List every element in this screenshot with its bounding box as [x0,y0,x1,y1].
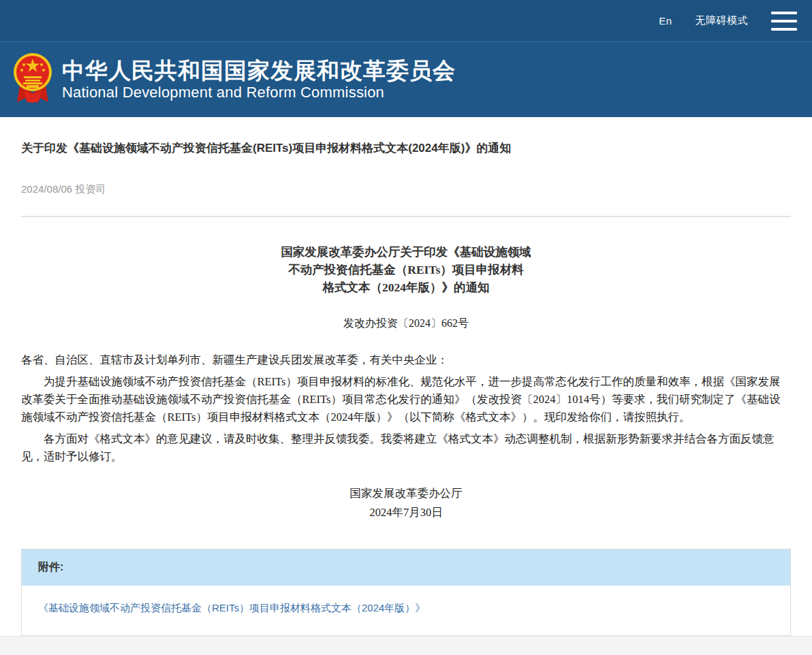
publish-department: 投资司 [75,183,106,195]
document-title: 国家发展改革委办公厅关于印发《基础设施领域 不动产投资信托基金（REITs）项目… [21,243,791,296]
divider [21,216,791,217]
menu-icon[interactable] [771,12,797,31]
attachment-box: 附件: 《基础设施领域不动产投资信托基金（REITs）项目申报材料格式文本（20… [21,549,791,636]
site-branding: 中华人民共和国国家发展和改革委员会 National Development a… [62,58,456,101]
document-signer: 国家发展改革委办公厅 [21,486,791,501]
document-body: 各省、自治区、直辖市及计划单列市、新疆生产建设兵团发展改革委，有关中央企业： 为… [21,351,791,466]
attachment-link[interactable]: 《基础设施领域不动产投资信托基金（REITs）项目申报材料格式文本（2024年版… [38,602,425,613]
main-content: 关于印发《基础设施领域不动产投资信托基金(REITs)项目申报材料格式文本(20… [0,117,812,636]
official-document: 国家发展改革委办公厅关于印发《基础设施领域 不动产投资信托基金（REITs）项目… [21,243,791,520]
salutation: 各省、自治区、直辖市及计划单列市、新疆生产建设兵团发展改革委，有关中央企业： [21,351,791,369]
language-switch-link[interactable]: En [659,15,672,27]
document-number: 发改办投资〔2024〕662号 [21,317,791,331]
document-sign-date: 2024年7月30日 [21,505,791,520]
national-emblem-icon [12,50,54,109]
document-title-line: 格式文本（2024年版）》的通知 [21,278,791,296]
footer-area [0,636,812,655]
article-meta: 2024/08/06 投资司 [21,183,791,196]
accessibility-mode-link[interactable]: 无障碍模式 [696,14,749,27]
attachment-body: 《基础设施领域不动产投资信托基金（REITs）项目申报材料格式文本（2024年版… [22,586,790,635]
org-name-en: National Development and Reform Commissi… [62,84,456,101]
attachment-header: 附件: [22,549,790,586]
org-name-zh[interactable]: 中华人民共和国国家发展和改革委员会 [62,58,456,84]
top-bar: En 无障碍模式 [0,0,812,42]
document-title-line: 国家发展改革委办公厅关于印发《基础设施领域 [21,243,791,261]
paragraph: 为提升基础设施领域不动产投资信托基金（REITs）项目申报材料的标准化、规范化水… [21,373,791,426]
document-title-line: 不动产投资信托基金（REITs）项目申报材料 [21,261,791,278]
page-title: 关于印发《基础设施领域不动产投资信托基金(REITs)项目申报材料格式文本(20… [21,140,791,156]
site-header: 中华人民共和国国家发展和改革委员会 National Development a… [0,42,812,117]
publish-date: 2024/08/06 [21,183,72,195]
paragraph: 各方面对《格式文本》的意见建议，请及时收集、整理并反馈我委。我委将建立《格式文本… [21,430,791,466]
